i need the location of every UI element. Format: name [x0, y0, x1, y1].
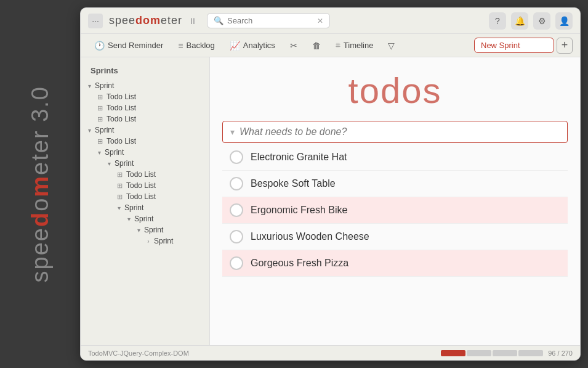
sidebar-item-todolist-7[interactable]: ⊞ Todo List: [81, 191, 209, 202]
brand-sidebar: speedometer 3.0: [0, 0, 80, 368]
expand-arrow-2: ▾: [86, 127, 93, 134]
search-icon: 🔍: [214, 16, 224, 25]
analytics-button[interactable]: 📈 Analytics: [224, 38, 281, 53]
expand-arrow-5: ▾: [115, 205, 123, 211]
topbar: ··· speedometer ⏸ 🔍 ✕ ? 🔔 ⚙ 👤: [81, 8, 580, 34]
expand-arrow-4: ▾: [105, 160, 113, 167]
todo-input-row[interactable]: ▾: [222, 121, 568, 143]
add-sprint-button[interactable]: +: [557, 38, 573, 54]
sidebar-item-sprint-7[interactable]: ▾ Sprint: [81, 224, 209, 235]
brand-dom: d: [27, 211, 53, 227]
sidebar-title: Sprints: [81, 63, 209, 80]
todo-text-3: Ergonomic Fresh Bike: [251, 205, 347, 216]
sidebar: Sprints ▾ Sprint ⊞ Todo List ⊞ Todo List…: [81, 57, 210, 345]
content-panel: todos ▾ Electronic Granite Hat Bespoke S…: [210, 57, 580, 345]
timeline-icon: ⌗: [336, 40, 340, 51]
input-arrow-icon: ▾: [230, 127, 235, 137]
list-icon-3: ⊞: [95, 115, 104, 123]
todo-text-5: Gorgeous Fresh Pizza: [251, 258, 348, 269]
brand-speed2: o: [27, 197, 53, 211]
timeline-button[interactable]: ⌗ Timeline: [329, 38, 380, 53]
todo-checkbox-2[interactable]: [230, 177, 243, 190]
sidebar-item-sprint-4[interactable]: ▾ Sprint: [81, 158, 209, 169]
settings-button[interactable]: ⚙: [533, 12, 550, 30]
list-icon-4: ⊞: [95, 137, 104, 145]
expand-arrow-8: ›: [145, 238, 152, 245]
sidebar-item-sprint-2[interactable]: ▾ Sprint: [81, 125, 209, 136]
todo-text-4: Luxurious Wooden Cheese: [251, 231, 369, 242]
app-label: TodoMVC-JQuery-Complex-DOM: [88, 350, 189, 357]
search-input[interactable]: [227, 16, 313, 25]
sidebar-item-todolist-1[interactable]: ⊞ Todo List: [81, 91, 209, 102]
list-icon-6: ⊞: [115, 182, 124, 190]
expand-arrow-3: ▾: [95, 149, 103, 156]
trash-icon: 🗑: [312, 41, 321, 51]
todo-text-2: Bespoke Soft Table: [251, 178, 336, 189]
sidebar-item-todolist-3[interactable]: ⊞ Todo List: [81, 113, 209, 125]
bottombar: TodoMVC-JQuery-Complex-DOM 96 / 270: [81, 345, 580, 360]
segment-4: [518, 350, 543, 356]
segment-3: [493, 350, 517, 356]
brand-text: speedometer 3.0: [27, 86, 54, 282]
delete-button[interactable]: 🗑: [306, 38, 327, 53]
pagination-label: 96 / 270: [548, 350, 573, 357]
cut-icon: ✂: [290, 41, 297, 51]
new-sprint-input[interactable]: [474, 38, 554, 53]
todo-text-1: Electronic Granite Hat: [251, 152, 347, 163]
analytics-icon: 📈: [230, 41, 240, 51]
brand-eter: eter 3.0: [27, 86, 53, 175]
sidebar-item-sprint-5[interactable]: ▾ Sprint: [81, 202, 209, 213]
sidebar-item-todolist-5[interactable]: ⊞ Todo List: [81, 169, 209, 180]
sidebar-item-todolist-6[interactable]: ⊞ Todo List: [81, 180, 209, 191]
help-button[interactable]: ?: [489, 12, 506, 30]
search-box[interactable]: 🔍 ✕: [207, 13, 330, 28]
todo-input[interactable]: [240, 126, 560, 137]
todo-item-5[interactable]: Gorgeous Fresh Pizza: [222, 250, 568, 277]
list-icon-7: ⊞: [115, 193, 124, 201]
list-icon-5: ⊞: [115, 171, 124, 179]
sidebar-item-sprint-6[interactable]: ▾ Sprint: [81, 213, 209, 224]
main-content: Sprints ▾ Sprint ⊞ Todo List ⊞ Todo List…: [81, 57, 580, 345]
profile-button[interactable]: 👤: [555, 12, 573, 30]
todo-checkbox-4[interactable]: [230, 230, 243, 243]
filter-button[interactable]: ▽: [382, 38, 401, 53]
todo-checkbox-3[interactable]: [230, 203, 243, 217]
pagination-segments: [441, 350, 543, 356]
sidebar-item-sprint-1[interactable]: ▾ Sprint: [81, 80, 209, 91]
todo-list: ▾ Electronic Granite Hat Bespoke Soft Ta…: [210, 121, 580, 345]
app-logo: speedometer: [109, 14, 182, 27]
todo-checkbox-5[interactable]: [230, 256, 243, 270]
expand-arrow-6: ▾: [125, 216, 132, 223]
list-icon-2: ⊞: [95, 104, 104, 112]
sidebar-item-sprint-3[interactable]: ▾ Sprint: [81, 147, 209, 158]
todo-item-2[interactable]: Bespoke Soft Table: [222, 171, 568, 197]
pause-icon: ⏸: [188, 16, 197, 26]
todo-checkbox-1[interactable]: [230, 150, 243, 164]
send-reminder-button[interactable]: 🕐 Send Reminder: [88, 38, 169, 53]
backlog-icon: ≡: [178, 41, 183, 51]
menu-button[interactable]: ···: [88, 14, 103, 28]
todo-item-3[interactable]: Ergonomic Fresh Bike: [222, 197, 568, 224]
expand-arrow-7: ▾: [135, 227, 142, 234]
todos-header: todos: [210, 57, 580, 121]
app-window: ··· speedometer ⏸ 🔍 ✕ ? 🔔 ⚙ 👤 🕐 Send Rem…: [80, 7, 581, 361]
reminder-icon: 🕐: [94, 41, 105, 51]
todo-item-4[interactable]: Luxurious Wooden Cheese: [222, 224, 568, 250]
notifications-button[interactable]: 🔔: [511, 12, 528, 30]
filter-icon: ▽: [388, 41, 395, 51]
todo-item-1[interactable]: Electronic Granite Hat: [222, 144, 568, 171]
sidebar-item-sprint-8[interactable]: › Sprint: [81, 235, 209, 247]
brand-speed: spee: [27, 227, 53, 282]
segment-2: [467, 350, 491, 356]
expand-arrow: ▾: [86, 83, 93, 89]
topbar-icons: ? 🔔 ⚙ 👤: [489, 12, 573, 30]
cut-button[interactable]: ✂: [284, 38, 304, 53]
toolbar: 🕐 Send Reminder ≡ Backlog 📈 Analytics ✂ …: [81, 34, 580, 57]
sidebar-item-todolist-2[interactable]: ⊞ Todo List: [81, 102, 209, 113]
segment-1: [441, 350, 465, 356]
search-clear-icon[interactable]: ✕: [317, 17, 323, 25]
list-icon: ⊞: [95, 93, 104, 101]
backlog-button[interactable]: ≡ Backlog: [172, 38, 220, 53]
brand-dom2: m: [27, 175, 53, 197]
sidebar-item-todolist-4[interactable]: ⊞ Todo List: [81, 136, 209, 147]
